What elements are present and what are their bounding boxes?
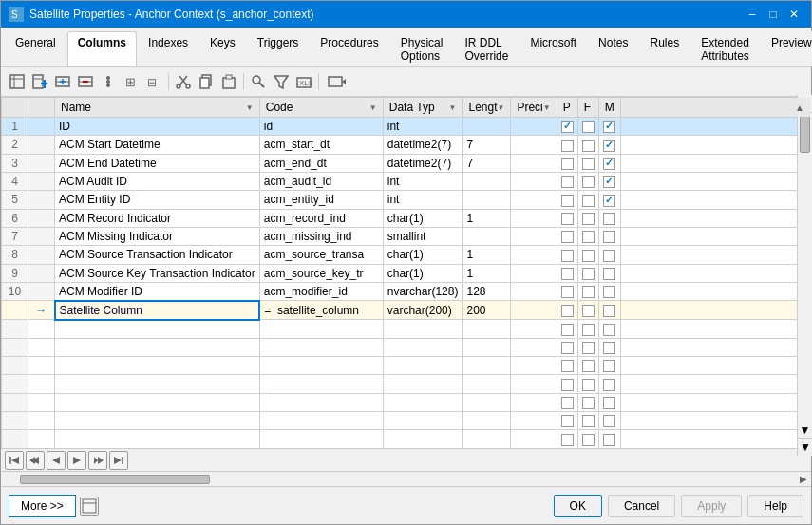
row-datatype[interactable]: varchar(200) (383, 301, 463, 320)
table-row[interactable] (2, 430, 811, 448)
table-row[interactable] (2, 393, 811, 411)
row-code[interactable]: acm_entity_id (259, 191, 383, 209)
tab-notes[interactable]: Notes (588, 31, 638, 66)
row-name[interactable]: ACM Missing Indicator (55, 227, 260, 245)
row-datatype[interactable]: int (383, 172, 463, 190)
tab-general[interactable]: General (5, 31, 66, 66)
row-p[interactable] (557, 227, 577, 245)
row-m[interactable] (598, 209, 620, 227)
table-row[interactable] (2, 320, 811, 338)
row-p[interactable] (557, 301, 577, 320)
table-row[interactable] (2, 412, 811, 430)
row-m[interactable]: ✓ (598, 154, 620, 172)
tab-indexes[interactable]: Indexes (138, 31, 198, 66)
more-button[interactable]: More >> (9, 495, 76, 517)
row-f[interactable] (577, 227, 598, 245)
row-code[interactable]: acm_start_dt (259, 136, 383, 154)
toolbar-btn7[interactable]: ⊟ (143, 71, 164, 92)
row-m[interactable] (598, 246, 620, 264)
f-col-header[interactable]: F (577, 98, 598, 118)
row-p[interactable] (557, 154, 577, 172)
row-length[interactable] (463, 227, 511, 245)
row-f[interactable] (577, 118, 598, 136)
datatype-col-header[interactable]: Data Typ ▼ (383, 98, 463, 118)
row-m[interactable]: ✓ (598, 136, 620, 154)
ok-button[interactable]: OK (554, 495, 602, 517)
table-row[interactable] (2, 375, 811, 393)
row-name[interactable]: Satellite Column (55, 301, 260, 320)
toolbar-cut[interactable] (173, 71, 194, 92)
table-row[interactable] (2, 338, 811, 356)
toolbar-add-col[interactable] (29, 71, 50, 92)
tab-rules[interactable]: Rules (639, 31, 689, 66)
first-row-button[interactable] (5, 451, 24, 470)
row-name[interactable]: ACM Audit ID (55, 172, 260, 190)
h-scrollbar-thumb[interactable] (20, 475, 210, 484)
row-p[interactable] (557, 191, 577, 209)
table-row[interactable]: 10 ACM Modifier ID acm_modifier_id nvarc… (2, 282, 811, 301)
prec-col-header[interactable]: Preci ▼ (511, 98, 557, 118)
toolbar-btn5[interactable] (98, 71, 119, 92)
p-col-header[interactable]: P (557, 98, 577, 118)
row-code[interactable]: acm_source_transa (259, 246, 383, 264)
row-m[interactable] (598, 301, 620, 320)
tab-preview[interactable]: Preview (761, 31, 812, 66)
row-f[interactable] (577, 154, 598, 172)
table-row[interactable]: 3 ACM End Datetime acm_end_dt datetime2(… (2, 154, 811, 172)
row-prec[interactable] (511, 209, 557, 227)
horizontal-scrollbar[interactable]: ▶ (1, 471, 811, 486)
row-length[interactable] (463, 172, 511, 190)
table-row[interactable]: 8 ACM Source Transaction Indicator acm_s… (2, 246, 811, 264)
maximize-button[interactable]: □ (764, 5, 783, 24)
tab-procedures[interactable]: Procedures (310, 31, 388, 66)
close-button[interactable]: ✕ (784, 5, 803, 24)
row-name[interactable]: ACM Source Key Transaction Indicator (55, 264, 260, 282)
row-datatype[interactable]: int (383, 191, 463, 209)
row-p[interactable] (557, 282, 577, 301)
row-length[interactable]: 7 (463, 136, 511, 154)
toolbar-new-table[interactable] (7, 71, 28, 92)
row-name[interactable]: ACM Source Transaction Indicator (55, 246, 260, 264)
row-p[interactable] (557, 264, 577, 282)
vertical-scrollbar[interactable]: ▲ ▼ ▼ (797, 97, 811, 456)
row-length[interactable]: 200 (463, 301, 511, 320)
row-f[interactable] (577, 209, 598, 227)
row-datatype[interactable]: int (383, 118, 463, 136)
bottom-icon-button[interactable] (80, 497, 99, 516)
row-length[interactable]: 1 (463, 209, 511, 227)
row-datatype[interactable]: char(1) (383, 264, 463, 282)
toolbar-delete[interactable] (75, 71, 96, 92)
row-datatype[interactable]: char(1) (383, 209, 463, 227)
row-prec[interactable] (511, 227, 557, 245)
row-datatype[interactable]: datetime2(7) (383, 154, 463, 172)
row-code[interactable]: acm_end_dt (259, 154, 383, 172)
prev-page-button[interactable] (26, 451, 45, 470)
row-length[interactable]: 7 (463, 154, 511, 172)
row-prec[interactable] (511, 264, 557, 282)
prev-row-button[interactable] (47, 451, 66, 470)
row-prec[interactable] (511, 301, 557, 320)
row-name[interactable]: ACM Record Indicator (55, 209, 260, 227)
next-page-button[interactable] (88, 451, 107, 470)
toolbar-find[interactable] (248, 71, 269, 92)
row-datatype[interactable]: nvarchar(128) (383, 282, 463, 301)
last-row-button[interactable] (109, 451, 128, 470)
row-prec[interactable] (511, 191, 557, 209)
row-name[interactable]: ACM Entity ID (55, 191, 260, 209)
row-prec[interactable] (511, 246, 557, 264)
row-p[interactable] (557, 246, 577, 264)
row-m[interactable]: ✓ (598, 172, 620, 190)
toolbar-dropdown[interactable] (323, 71, 351, 92)
scrollbar-thumb[interactable] (800, 115, 810, 153)
row-code[interactable]: acm_modifier_id (259, 282, 383, 301)
row-code[interactable]: id (259, 118, 383, 136)
row-f[interactable] (577, 264, 598, 282)
toolbar-export[interactable]: XLS (293, 71, 314, 92)
name-col-header[interactable]: Name ▼ (55, 98, 260, 118)
row-code[interactable]: = satellite_column (259, 301, 383, 320)
apply-button[interactable]: Apply (681, 495, 742, 517)
row-name[interactable]: ACM Modifier ID (55, 282, 260, 301)
row-name[interactable]: ACM End Datetime (55, 154, 260, 172)
tab-extended[interactable]: Extended Attributes (690, 31, 760, 66)
tab-ir-ddl[interactable]: IR DDL Override (454, 31, 519, 66)
